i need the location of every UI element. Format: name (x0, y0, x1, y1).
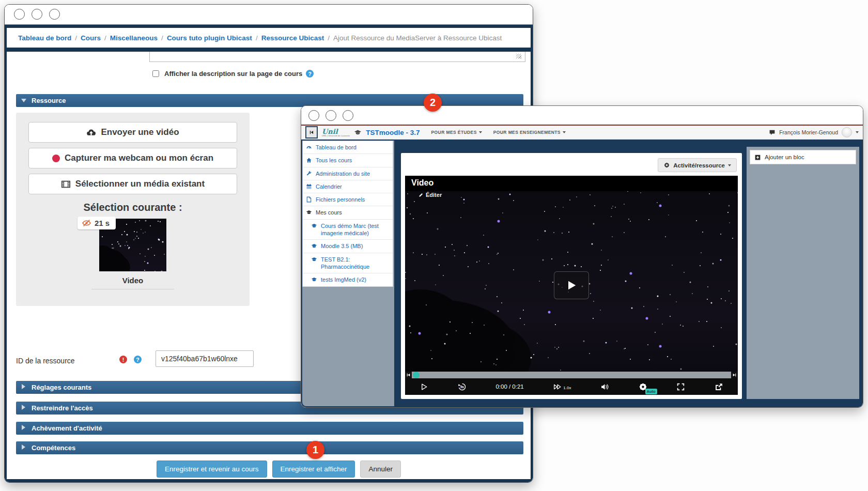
traffic-light-zoom[interactable] (49, 9, 60, 20)
skip-end-button[interactable] (731, 372, 738, 378)
skip-end-icon (732, 373, 737, 377)
graduation-cap-icon (311, 256, 317, 263)
rewind-button[interactable]: 5s (458, 382, 467, 391)
speed-button[interactable]: 1.0x (553, 382, 571, 391)
breadcrumb-link[interactable]: Cours (81, 34, 101, 42)
sidebar-item-tableau-de-bord[interactable]: Tableau de bord (303, 141, 393, 154)
menu-pour-mes-etudes[interactable]: POUR MES ÉTUDES (431, 130, 482, 135)
breadcrumb-link[interactable]: Miscellaneous (110, 34, 158, 42)
fullscreen-button[interactable] (676, 382, 685, 391)
player-controls: 5s 0:00 / 0:21 1.0x Auto (405, 378, 738, 395)
external-link-icon (715, 382, 723, 391)
sidebar-item-label: Tableau de bord (316, 144, 357, 151)
show-description-label: Afficher la description sur la page de c… (164, 70, 302, 78)
resource-id-input[interactable] (156, 350, 254, 367)
traffic-light-minimize[interactable] (32, 9, 42, 20)
play-icon (420, 382, 428, 391)
chevron-down-icon (563, 131, 566, 133)
select-media-button[interactable]: Sélectionner un média existant (28, 174, 237, 194)
play-icon (565, 279, 578, 291)
sidebar-item-mes-cours[interactable]: Mes cours (303, 206, 393, 219)
screenshot-stage: Tableau de bord/ Cours/ Miscellaneous/ C… (0, 0, 868, 491)
add-block-button[interactable]: Ajouter un bloc (750, 150, 856, 164)
save-display-button[interactable]: Enregistrer et afficher (272, 461, 355, 478)
breadcrumb-link[interactable]: Tableau de bord (18, 34, 71, 42)
section-label: Restreindre l'accès (32, 404, 93, 412)
seek-bar[interactable] (405, 372, 738, 378)
messages-icon[interactable] (769, 129, 776, 136)
textarea-resize-grip[interactable] (516, 54, 521, 58)
unil-logo[interactable]: Unil UNIL | Université de Lausanne (322, 128, 350, 137)
traffic-light-minimize[interactable] (326, 110, 336, 121)
resource-id-label: ID de la ressource (16, 357, 75, 365)
time-display: 0:00 / 0:21 (495, 383, 523, 390)
avatar[interactable] (842, 127, 852, 137)
breadcrumb-link[interactable]: Ressource Ubicast (261, 34, 324, 42)
divider (91, 289, 174, 289)
seek-handle[interactable] (413, 372, 420, 378)
upload-video-button[interactable]: Envoyer une vidéo (28, 122, 237, 143)
capture-webcam-button[interactable]: Capturer ma webcam ou mon écran (28, 148, 237, 168)
sidebar-item-label: Tous les cours (316, 157, 352, 164)
traffic-light-close[interactable] (14, 9, 25, 20)
graduation-cap-icon (311, 223, 317, 229)
sidebar-item-label: Moodle 3.5 (MB) (321, 242, 363, 250)
home-icon (306, 157, 312, 163)
sidebar-item-test-b21[interactable]: TEST B2.1: Pharmacocinétique (303, 253, 393, 274)
capture-webcam-label: Capturer ma webcam ou mon écran (65, 153, 213, 163)
section-header-competences[interactable]: Compétences (16, 441, 523, 454)
sidebar-item-tous-les-cours[interactable]: Tous les cours (303, 154, 393, 167)
section-header-achevement-activite[interactable]: Achèvement d'activité (16, 422, 523, 435)
fullscreen-icon (676, 382, 685, 391)
edit-link[interactable]: Éditer (419, 192, 442, 198)
settings-button[interactable]: Auto (639, 382, 647, 391)
traffic-light-zoom[interactable] (343, 110, 353, 121)
graduation-cap-icon (306, 209, 312, 216)
chevron-down-icon[interactable] (856, 131, 859, 133)
description-textarea[interactable] (149, 52, 525, 62)
cancel-button[interactable]: Annuler (360, 461, 401, 478)
sidebar-item-cours-demo-marc[interactable]: Cours démo Marc (test imagerie médicale) (303, 220, 393, 240)
sidebar-toggle-button[interactable] (305, 126, 318, 139)
sidebar-item-label: tests ImgMed (v2) (321, 276, 366, 283)
play-button[interactable] (420, 382, 428, 391)
video-thumbnail[interactable]: 21 s (99, 219, 166, 271)
help-icon[interactable]: ? (134, 356, 142, 363)
skip-start-button[interactable] (405, 372, 412, 378)
menu-label: POUR MES ENSEIGNEMENTS (493, 130, 561, 135)
sidebar-item-fichiers-personnels[interactable]: Fichiers personnels (303, 193, 393, 206)
big-play-button[interactable] (554, 271, 589, 299)
window2-titlebar[interactable] (301, 106, 863, 125)
sidebar-item-tests-imgmed[interactable]: tests ImgMed (v2) (303, 273, 393, 286)
traffic-light-close[interactable] (308, 110, 319, 121)
record-icon (52, 155, 60, 162)
section-label: Ressource (32, 97, 66, 104)
edit-label: Éditer (426, 192, 442, 198)
menu-pour-mes-enseignements[interactable]: POUR MES ENSEIGNEMENTS (493, 130, 566, 135)
sidebar-item-administration-du-site[interactable]: Administration du site (303, 167, 393, 180)
show-description-checkbox[interactable] (152, 70, 159, 77)
unil-logo-subtext: UNIL | Université de Lausanne (322, 135, 350, 137)
activity-resource-dropdown[interactable]: Activité/ressource (658, 158, 737, 172)
eye-slash-icon (82, 219, 91, 227)
sidebar-item-calendrier[interactable]: Calendrier (303, 180, 393, 193)
breadcrumb-link[interactable]: Cours tuto plugin Ubicast (167, 34, 252, 42)
help-icon[interactable]: ? (306, 70, 314, 78)
open-external-button[interactable] (715, 382, 723, 391)
save-return-button[interactable]: Enregistrer et revenir au cours (157, 461, 267, 478)
select-media-label: Sélectionner un média existant (75, 179, 205, 189)
volume-button[interactable] (600, 382, 609, 391)
window1-titlebar[interactable] (5, 5, 533, 25)
sidebar-item-moodle-35[interactable]: Moodle 3.5 (MB) (303, 240, 393, 253)
sidebar-item-label: TEST B2.1: Pharmacocinétique (321, 256, 390, 271)
activity-resource-label: Activité/ressource (673, 162, 725, 168)
sidebar-item-label: Calendrier (316, 183, 342, 190)
collapse-left-icon (309, 130, 314, 135)
wrench-icon (306, 171, 312, 177)
sidebar-item-label: Cours démo Marc (test imagerie médicale) (321, 222, 390, 237)
sidebar-item-label: Administration du site (316, 170, 370, 177)
site-title[interactable]: TSTmoodle - 3.7 (366, 129, 420, 136)
menu-label: POUR MES ÉTUDES (431, 130, 477, 135)
blocks-column: Ajouter un bloc (747, 147, 859, 399)
user-name[interactable]: François Morier-Genoud (779, 129, 838, 135)
